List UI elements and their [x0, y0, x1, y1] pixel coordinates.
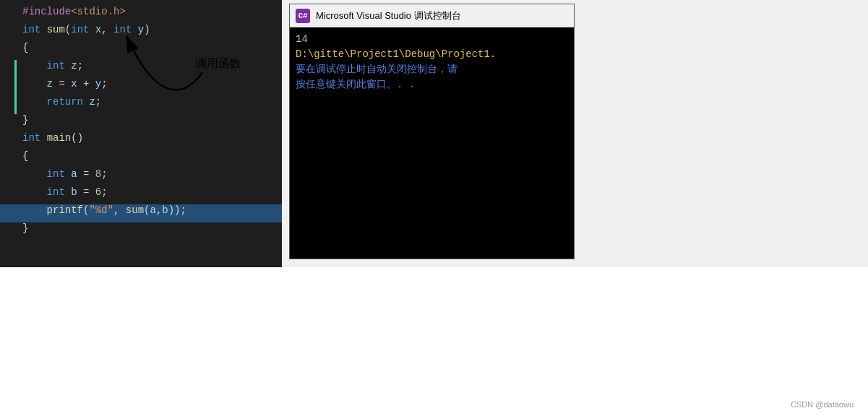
- code-line-10: int a = 8;: [0, 168, 282, 186]
- line-content-11: int b = 6;: [17, 186, 108, 198]
- param-y: y: [138, 24, 144, 35]
- kw-int-b: int: [47, 186, 65, 198]
- code-line-11: int b = 6;: [0, 186, 282, 204]
- code-editor: ⊟ #include<stdio.h> ⊟ int sum(int x, int…: [0, 0, 282, 267]
- line-content-9: {: [17, 150, 28, 162]
- line-content-8: int main(): [17, 132, 83, 144]
- watermark: CSDN @dataowu: [791, 400, 854, 409]
- line-content-1: #include<stdio.h>: [17, 6, 126, 17]
- fn-main: main: [47, 132, 72, 144]
- code-line-7: }: [0, 114, 282, 132]
- fn-sum-call: sum: [126, 204, 144, 216]
- fn-sum: sum: [47, 24, 65, 35]
- annotation-label: 调用函数: [195, 57, 241, 69]
- console-titlebar: C# Microsoft Visual Studio 调试控制台: [290, 4, 574, 27]
- fn-printf: printf: [47, 204, 83, 216]
- white-below-area: [0, 267, 868, 416]
- line-content-12: printf("%d", sum(a,b));: [17, 204, 186, 216]
- code-line-13: }: [0, 222, 282, 240]
- include-keyword: #include: [22, 6, 71, 17]
- line-content-10: int a = 8;: [17, 168, 108, 180]
- console-output-4: 按任意键关闭此窗口。. .: [296, 77, 568, 92]
- code-lines: ⊟ #include<stdio.h> ⊟ int sum(int x, int…: [0, 0, 282, 246]
- console-output-3: 要在调试停止时自动关闭控制台，请: [296, 62, 568, 77]
- kw-int-1: int: [22, 24, 40, 35]
- include-lib: <stdio.h>: [71, 6, 126, 17]
- code-line-5: z = x + y;: [0, 78, 282, 96]
- return-z: z: [89, 96, 95, 108]
- line-content-7: }: [17, 114, 28, 126]
- var-x: x: [71, 78, 77, 90]
- str-format: "%d": [89, 204, 113, 216]
- kw-int-2: int: [71, 24, 89, 35]
- code-line-9: {: [0, 150, 282, 168]
- var-y: y: [95, 78, 101, 90]
- var-z-assign: z: [47, 78, 53, 90]
- kw-return: return: [47, 96, 83, 108]
- code-line-6: return z;: [0, 96, 282, 114]
- code-line-2: ⊟ int sum(int x, int y): [0, 24, 282, 42]
- line-content-4: int z;: [17, 60, 83, 72]
- console-window[interactable]: C# Microsoft Visual Studio 调试控制台 14 D:\g…: [289, 4, 575, 259]
- line-content-5: z = x + y;: [17, 78, 108, 90]
- arg-b: b: [162, 204, 168, 216]
- arg-a: a: [150, 204, 155, 216]
- annotation-text: 调用函数: [195, 56, 241, 72]
- line-content-13: }: [17, 222, 28, 234]
- code-line-8: ⊟ int main(): [0, 132, 282, 150]
- kw-int-3: int: [113, 24, 132, 35]
- line-content-2: int sum(int x, int y): [17, 24, 150, 35]
- num-6: 6: [95, 186, 101, 198]
- console-icon-text: C#: [298, 12, 307, 20]
- kw-int-a: int: [47, 168, 65, 180]
- var-a: a: [71, 168, 77, 180]
- console-output-1: 14: [296, 32, 568, 47]
- line-content-3: {: [17, 42, 28, 53]
- code-line-1: ⊟ #include<stdio.h>: [0, 6, 282, 24]
- code-line-12: printf("%d", sum(a,b));: [0, 204, 282, 222]
- console-title: Microsoft Visual Studio 调试控制台: [316, 9, 461, 22]
- console-output-2: D:\gitte\Project1\Debug\Project1.: [296, 47, 568, 62]
- var-b: b: [71, 186, 77, 198]
- var-z: z: [71, 60, 77, 72]
- kw-int-z: int: [47, 60, 65, 72]
- watermark-text: CSDN @dataowu: [791, 400, 854, 409]
- console-content: 14 D:\gitte\Project1\Debug\Project1. 要在调…: [290, 27, 574, 259]
- console-app-icon: C#: [296, 9, 310, 23]
- kw-int-main: int: [22, 132, 40, 144]
- num-8: 8: [95, 168, 101, 180]
- line-content-6: return z;: [17, 96, 101, 108]
